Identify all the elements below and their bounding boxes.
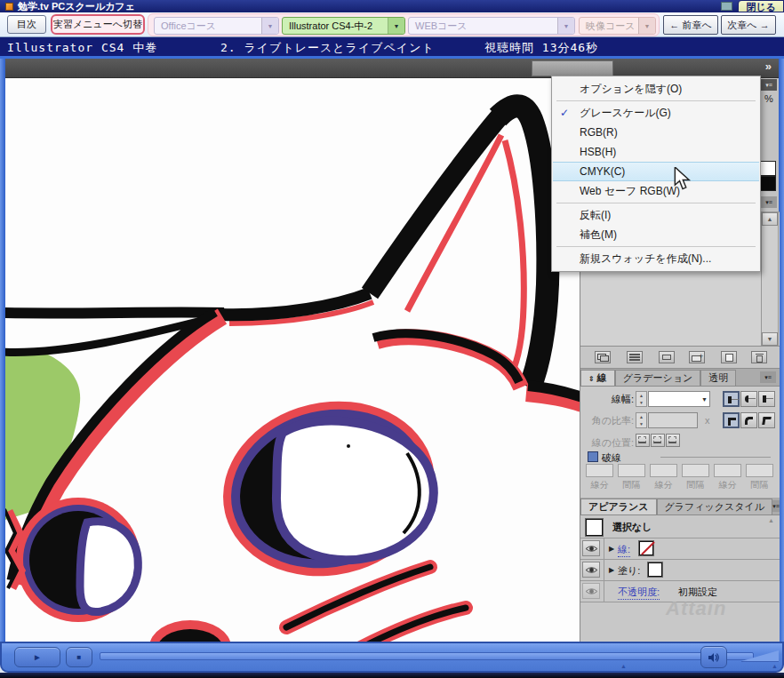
attain-watermark: Attain — [666, 597, 726, 620]
appearance-selection-row: 選択なし ▲ — [580, 515, 780, 538]
bevel-join-button[interactable] — [758, 412, 775, 428]
expand-icon[interactable]: ▶ — [609, 566, 614, 574]
round-cap-button[interactable] — [740, 391, 757, 407]
menu-item-web-safe-rgb[interactable]: Web セーフ RGB(W) — [553, 181, 759, 201]
tab-gradient[interactable]: グラデーション — [615, 370, 701, 386]
prev-chapter-button[interactable]: ← 前章へ — [663, 15, 718, 35]
player-bar: ► ■ ▲ ▲ — [0, 642, 784, 673]
appearance-panel: アピアランス グラフィックスタイル ▾≡ 選択なし ▲ ▶ 線: ▶ 塗り: — [580, 498, 780, 642]
dash-field-3[interactable] — [714, 464, 741, 477]
dropdown-web-course[interactable]: WEBコース ▼ — [408, 17, 575, 35]
opacity-link[interactable]: 不透明度: — [618, 586, 660, 600]
butt-cap-button[interactable] — [723, 391, 740, 407]
menu-item-grayscale[interactable]: ✓グレースケール(G) — [553, 103, 759, 123]
align-inside-button[interactable] — [651, 434, 665, 447]
round-join-button[interactable] — [740, 412, 757, 428]
dropdown-illustrator-course[interactable]: Illustrator CS4-中-2 ▼ — [282, 17, 405, 35]
window-bottom-edge — [0, 673, 784, 678]
gap-field-2[interactable] — [682, 464, 709, 477]
dropdown-video-course[interactable]: 映像コース ▼ — [579, 17, 656, 35]
stroke-panel-tabs: ⇕ 線 グラデーション 透明 ▾≡ — [580, 369, 780, 387]
visibility-eye-icon[interactable] — [582, 540, 600, 556]
dropdown-office-course[interactable]: Officeコース ▼ — [154, 17, 279, 35]
lesson-chapter-title: 2. ライブトレースとライブペイント — [220, 40, 435, 56]
menu-item-hsb[interactable]: HSB(H) — [553, 142, 759, 162]
tab-transparency[interactable]: 透明 — [700, 370, 736, 386]
volume-button[interactable] — [700, 646, 727, 668]
swatches-panel-flyout-icon[interactable]: ▾≡ — [761, 196, 777, 208]
check-icon: ✓ — [560, 103, 569, 123]
minimize-button[interactable] — [721, 2, 732, 11]
toc-button[interactable]: 目次 — [7, 15, 46, 34]
miter-spinner[interactable]: ▲▼ — [636, 412, 647, 428]
color-panel-context-menu: オプションを隠す(O) ✓グレースケール(G) RGB(R) HSB(H) CM… — [551, 76, 761, 272]
gap-field-3[interactable] — [746, 464, 773, 477]
collapse-panels-icon[interactable]: » — [765, 60, 772, 73]
lesson-course-title: Illustrator CS4 中巻 — [7, 40, 157, 56]
stroke-none-swatch[interactable] — [639, 541, 653, 555]
chevron-down-icon: ▼ — [638, 18, 655, 34]
swatches-scrollbar[interactable]: ▲ ▼ — [761, 211, 779, 347]
new-swatch-icon[interactable] — [721, 351, 737, 363]
align-outside-button[interactable] — [666, 434, 680, 447]
appearance-panel-tabs: アピアランス グラフィックスタイル ▾≡ — [580, 498, 780, 515]
visibility-eye-icon[interactable] — [582, 583, 600, 599]
dashed-line-checkbox[interactable] — [588, 451, 598, 462]
menu-item-rgb[interactable]: RGB(R) — [553, 123, 759, 142]
appearance-fill-row[interactable]: ▶ 塗り: — [580, 560, 780, 581]
stop-button[interactable]: ■ — [66, 647, 92, 667]
lesson-duration: 視聴時間 13分46秒 — [484, 40, 598, 56]
projecting-cap-button[interactable] — [758, 391, 775, 407]
chevron-down-icon: ▼ — [557, 18, 574, 34]
fill-label: 塗り: — [618, 564, 640, 578]
weight-combo[interactable]: ▼ — [648, 391, 710, 407]
stroke-panel-flyout-icon[interactable]: ▾≡ — [760, 371, 776, 383]
volume-handle-icon[interactable]: ▲ — [772, 663, 778, 669]
stroke-link[interactable]: 線: — [618, 543, 630, 557]
swatch-options-icon[interactable] — [659, 351, 675, 363]
play-button[interactable]: ► — [14, 647, 60, 667]
seek-bar[interactable] — [100, 652, 754, 660]
scroll-up-icon[interactable]: ▲ — [762, 212, 778, 226]
color-panel-flyout-icon[interactable]: ▾≡ — [761, 79, 777, 91]
menu-item-cmyk[interactable]: CMYK(C) — [553, 162, 759, 181]
black-swatch[interactable] — [758, 176, 776, 191]
scroll-up-icon[interactable]: ▲ — [768, 517, 774, 523]
visibility-eye-icon[interactable] — [582, 562, 600, 578]
app-window: 勉学.tv PCスクールカフェ 閉じる 目次 実習メニューへ切替 Officeコ… — [0, 0, 784, 678]
miter-field[interactable] — [648, 412, 698, 428]
dash-field-2[interactable] — [650, 464, 677, 477]
dock-header-segment — [532, 60, 613, 76]
menu-divider — [556, 203, 756, 203]
appearance-panel-flyout-icon[interactable]: ▾≡ — [772, 500, 780, 512]
close-button[interactable]: 閉じる — [738, 0, 784, 12]
swatch-libraries-icon[interactable] — [595, 351, 611, 363]
white-swatch[interactable] — [758, 161, 776, 176]
seek-handle-icon[interactable]: ▲ — [620, 663, 627, 669]
course-dropdown-tray: Officeコース ▼ Illustrator CS4-中-2 ▼ WEBコース… — [148, 13, 660, 36]
menu-item-create-new-swatch[interactable]: 新規スウォッチを作成(N)... — [553, 249, 759, 268]
expand-icon[interactable]: ▶ — [609, 545, 614, 553]
dash-field-1[interactable] — [586, 464, 613, 477]
appearance-stroke-row[interactable]: ▶ 線: — [580, 538, 780, 560]
chevron-down-icon: ▼ — [701, 396, 708, 403]
swatches-toolbar: + — [580, 346, 780, 369]
cat-illustration — [5, 78, 580, 642]
align-center-button[interactable] — [636, 434, 650, 447]
switch-menu-button[interactable]: 実習メニューへ切替 — [51, 14, 145, 35]
fill-white-swatch[interactable] — [648, 562, 662, 577]
miter-join-button[interactable] — [723, 412, 740, 428]
weight-spinner[interactable]: ▲▼ — [636, 391, 647, 407]
menu-item-complement[interactable]: 補色(M) — [553, 225, 759, 244]
gap-field-1[interactable] — [618, 464, 645, 477]
tab-stroke[interactable]: ⇕ 線 — [580, 370, 615, 386]
tab-appearance[interactable]: アピアランス — [580, 499, 657, 514]
delete-swatch-icon[interactable] — [751, 351, 767, 363]
menu-item-hide-options[interactable]: オプションを隠す(O) — [553, 79, 759, 99]
menu-item-invert[interactable]: 反転(I) — [553, 205, 759, 225]
scroll-down-icon[interactable]: ▼ — [762, 332, 778, 346]
swatch-kinds-menu-icon[interactable] — [627, 351, 643, 363]
tab-graphic-styles[interactable]: グラフィックスタイル — [657, 499, 773, 514]
next-chapter-button[interactable]: 次章へ → — [721, 15, 776, 35]
new-color-group-icon[interactable]: + — [689, 351, 705, 363]
